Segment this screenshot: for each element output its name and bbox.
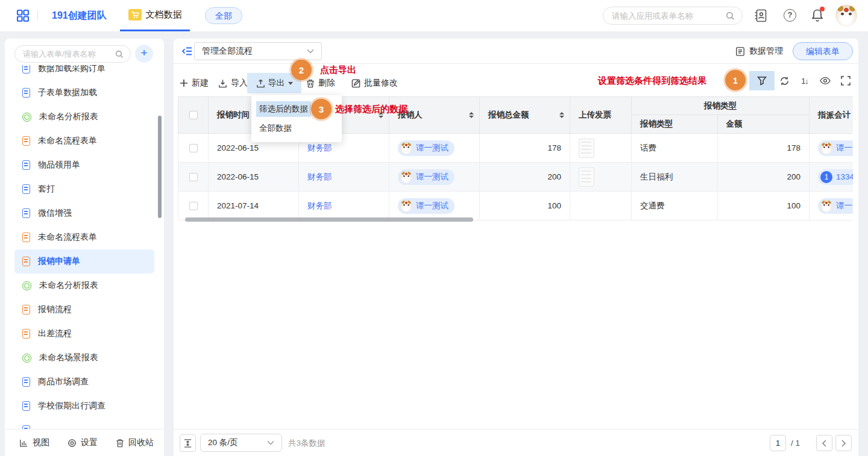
sidebar-item-label: 报销流程 <box>38 304 72 315</box>
doc-orange-icon <box>22 257 30 266</box>
header-amount[interactable]: 金额 <box>718 115 809 133</box>
tab-document-data[interactable]: 文档数据 <box>120 0 190 31</box>
sidebar-item[interactable]: 报销流程 <box>14 298 154 322</box>
sort-button[interactable]: 1↓ <box>799 75 811 87</box>
delete-button[interactable]: 删除 <box>306 73 335 93</box>
sidebar-item[interactable]: 商品市场调查 <box>14 370 154 394</box>
contacts-icon[interactable] <box>754 8 767 23</box>
sidebar-item[interactable]: 套打 <box>14 177 154 201</box>
sidebar-item[interactable]: 学校假期出行调查 <box>14 394 154 418</box>
sidebar-item[interactable]: 未命名场景报表 <box>14 346 154 370</box>
invoice-thumbnail[interactable] <box>579 139 594 158</box>
visibility-button[interactable] <box>819 75 831 87</box>
next-page-button[interactable] <box>835 435 852 451</box>
assignee-chip[interactable]: 谭一测试 <box>398 169 454 185</box>
global-search[interactable] <box>603 7 743 25</box>
views-button[interactable]: 视图 <box>19 437 49 448</box>
sidebar-item[interactable]: 子表单数据加载 <box>14 81 154 105</box>
sidebar-item[interactable]: 未命名分析报表 <box>14 273 154 298</box>
invoice-thumbnail[interactable] <box>579 167 594 187</box>
sidebar-item-label: 数据加载采购订单 <box>38 65 105 74</box>
sidebar-item[interactable] <box>14 418 154 429</box>
cell-accountant: 11334 <box>810 163 853 191</box>
search-icon <box>726 11 735 20</box>
assignee-chip[interactable]: 11334 <box>818 169 853 185</box>
sidebar-item[interactable]: 物品领用单 <box>14 153 154 177</box>
sidebar-item-selected[interactable]: 报销申请单 <box>14 249 154 273</box>
caret-down-icon <box>288 82 293 85</box>
assignee-chip[interactable]: 谭一 <box>818 140 853 156</box>
header-accountant[interactable]: 指派会计 <box>810 97 853 133</box>
prev-page-button[interactable] <box>816 435 832 451</box>
assignee-chip[interactable]: 谭一测试 <box>398 140 454 156</box>
flow-scope-select[interactable]: 管理全部流程 <box>194 42 322 60</box>
doc-blue-icon <box>22 160 30 170</box>
dept-link[interactable]: 财务部 <box>307 143 332 154</box>
chevron-down-icon <box>307 49 314 54</box>
cell-invoice <box>570 134 632 162</box>
global-search-input[interactable] <box>612 8 720 23</box>
edit-form-button[interactable]: 编辑表单 <box>793 42 853 60</box>
sidebar-item-label: 微信增强 <box>38 208 72 219</box>
data-manage-button[interactable]: 数据管理 <box>735 39 783 64</box>
sidebar-item[interactable]: 未命名流程表单 <box>14 129 154 153</box>
cell-amount: 100 <box>718 192 810 220</box>
apps-grid-icon[interactable] <box>16 8 30 23</box>
table-row[interactable]: 2022-06-15财务部谭一测试200生日福利20011334 <box>178 163 853 192</box>
header-total[interactable]: 报销总金额 <box>480 97 570 133</box>
select-all-checkbox[interactable] <box>189 111 198 119</box>
header-type[interactable]: 报销类型 <box>632 115 718 133</box>
sidebar-item-label: 子表单数据加载 <box>38 87 97 98</box>
notification-bell-icon[interactable] <box>811 8 824 23</box>
trash-icon <box>306 79 315 88</box>
sidebar-item[interactable]: 未命名流程表单 <box>14 225 154 249</box>
filter-button[interactable] <box>749 71 775 90</box>
dept-link[interactable]: 财务部 <box>307 172 332 183</box>
row-checkbox[interactable] <box>189 144 198 152</box>
doc-blue-icon <box>22 208 30 218</box>
refresh-button[interactable] <box>778 75 790 87</box>
team-name[interactable]: 191创建团队 <box>52 0 107 31</box>
form-search-input[interactable] <box>23 46 113 61</box>
header-person[interactable]: 报销人 <box>389 97 480 133</box>
sidebar-item[interactable]: 微信增强 <box>14 201 154 225</box>
chip-label: 谭一 <box>836 201 852 211</box>
current-page-input[interactable]: 1 <box>770 435 786 451</box>
dept-link[interactable]: 财务部 <box>307 201 332 211</box>
collapse-sidebar-icon[interactable] <box>181 45 193 57</box>
sidebar-scrollbar[interactable] <box>158 116 162 218</box>
user-avatar[interactable] <box>835 5 857 27</box>
delete-label: 删除 <box>318 78 335 89</box>
row-checkbox[interactable] <box>189 202 198 210</box>
new-button[interactable]: 新建 <box>180 73 209 93</box>
batch-edit-button[interactable]: 批量修改 <box>351 73 398 93</box>
page-size-select[interactable]: 20 条/页 <box>200 434 282 452</box>
sort-arrows-icon[interactable] <box>469 112 474 118</box>
cell-dept: 财务部 <box>299 163 389 191</box>
import-button[interactable]: 导入 <box>218 73 248 93</box>
menu-item-all-data[interactable]: 全部数据 <box>251 119 342 138</box>
row-height-button[interactable] <box>180 434 196 452</box>
sidebar-item[interactable]: 数据加载采购订单 <box>14 65 154 81</box>
sidebar-item[interactable]: 未命名分析报表 <box>14 105 154 129</box>
fullscreen-button[interactable] <box>840 75 852 87</box>
refresh-icon <box>779 76 790 86</box>
avatar <box>400 142 412 154</box>
help-icon[interactable] <box>784 9 796 22</box>
row-checkbox[interactable] <box>189 173 198 181</box>
cell-invoice <box>570 163 632 191</box>
table-row[interactable]: 2021-07-14财务部谭一测试100交通费100谭一 <box>178 192 853 220</box>
annotation-step2-circle: 2 <box>291 60 312 80</box>
sort-arrows-icon[interactable] <box>559 112 564 118</box>
assignee-chip[interactable]: 谭一测试 <box>398 198 454 214</box>
sidebar-item[interactable]: 出差流程 <box>14 322 154 346</box>
horizontal-scrollbar[interactable] <box>185 217 473 222</box>
scope-all-pill[interactable]: 全部 <box>205 7 242 24</box>
settings-button[interactable]: 设置 <box>68 437 98 448</box>
form-search[interactable] <box>14 45 131 63</box>
assignee-chip[interactable]: 谭一 <box>818 198 853 214</box>
recycle-bin-button[interactable]: 回收站 <box>116 437 154 448</box>
annotation-step3-text: 选择筛选后的数据 <box>335 104 407 115</box>
add-form-button[interactable]: + <box>135 45 153 63</box>
header-invoice[interactable]: 上传发票 <box>570 97 632 133</box>
